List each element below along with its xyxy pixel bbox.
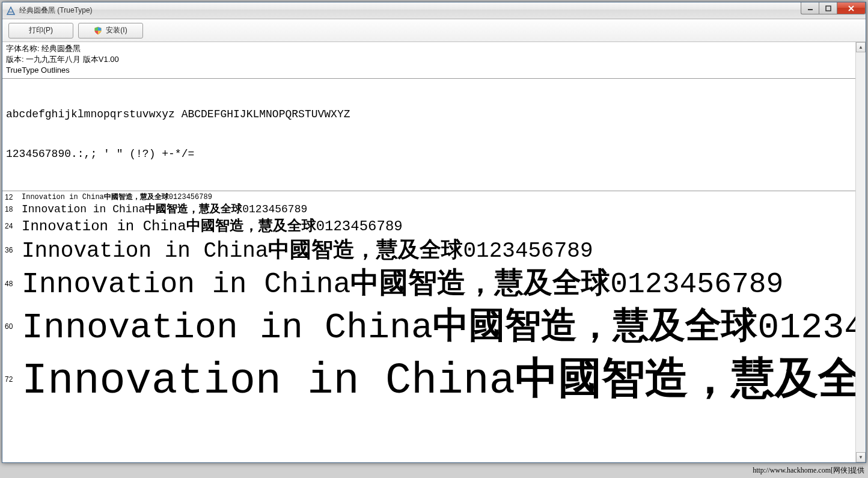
maximize-button[interactable] <box>819 2 837 14</box>
sample-cjk-text: 中國智造，慧及全球 <box>104 192 169 201</box>
sample-latin-text: Innovation in China <box>22 218 186 236</box>
sample-row: 48Innovation in China 中國智造，慧及全球 01234567… <box>5 265 866 302</box>
install-label: 安装(I) <box>106 25 127 35</box>
sample-row: 24Innovation in China 中國智造，慧及全球 01234567… <box>5 216 866 236</box>
sample-size-label: 36 <box>5 237 22 264</box>
footer-credit: http://www.hackhome.com[网侠]提供 <box>753 465 864 476</box>
sample-latin-text: Innovation in China <box>22 193 104 202</box>
character-set: abcdefghijklmnopqrstuvwxyz ABCDEFGHIJKLM… <box>2 79 866 191</box>
sample-cjk-text: 中國智造，慧及全球 <box>268 236 463 263</box>
titlebar[interactable]: 经典圆叠黑 (TrueType) <box>2 2 866 19</box>
font-viewer-window: 经典圆叠黑 (TrueType) 打印(P) <box>2 2 866 463</box>
sample-text-list: 12Innovation in China 中國智造，慧及全球 01234567… <box>2 191 866 408</box>
minimize-button[interactable] <box>801 2 819 14</box>
print-label: 打印(P) <box>29 25 53 35</box>
sample-row: 60Innovation in China 中國智造，慧及全球 01234567… <box>5 302 866 351</box>
font-outlines-line: TrueType Outlines <box>6 65 862 76</box>
install-button[interactable]: 安装(I) <box>78 23 143 38</box>
scroll-down-icon[interactable]: ▼ <box>856 452 866 462</box>
sample-cjk-text: 中國智造，慧及全球 <box>145 202 242 216</box>
sample-cjk-text: 中國智造，慧及全球 <box>515 351 866 405</box>
sample-row: 36Innovation in China 中國智造，慧及全球 01234567… <box>5 236 866 265</box>
charset-alpha: abcdefghijklmnopqrstuvwxyz ABCDEFGHIJKLM… <box>6 108 862 121</box>
vertical-scrollbar[interactable]: ▲ ▼ <box>855 42 866 462</box>
window-controls <box>801 2 866 14</box>
font-version-line: 版本: 一九九五年八月 版本V1.00 <box>6 54 862 65</box>
sample-size-label: 24 <box>5 217 22 235</box>
sample-row: 12Innovation in China 中國智造，慧及全球 01234567… <box>5 192 866 202</box>
sample-cjk-text: 中國智造，慧及全球 <box>350 265 610 301</box>
font-info: 字体名称: 经典圆叠黑 版本: 一九九五年八月 版本V1.00 TrueType… <box>2 42 866 79</box>
svg-rect-2 <box>826 6 831 11</box>
window-title: 经典圆叠黑 (TrueType) <box>19 5 93 16</box>
svg-rect-1 <box>808 9 813 10</box>
content-area: 字体名称: 经典圆叠黑 版本: 一九九五年八月 版本V1.00 TrueType… <box>2 42 866 462</box>
sample-numbers-text: 0123456789 <box>169 193 212 202</box>
sample-numbers-text: 0123456789 <box>757 305 866 351</box>
sample-cjk-text: 中國智造，慧及全球 <box>433 302 757 348</box>
sample-latin-text: Innovation in China <box>22 266 350 302</box>
sample-size-label: 18 <box>5 203 22 216</box>
sample-numbers-text: 0123456789 <box>463 237 593 265</box>
close-button[interactable] <box>837 2 866 14</box>
sample-size-label: 72 <box>5 352 22 406</box>
sample-latin-text: Innovation in China <box>22 203 145 216</box>
sample-latin-text: Innovation in China <box>22 305 433 351</box>
sample-numbers-text: 0123456789 <box>316 218 403 236</box>
shield-icon <box>94 26 102 35</box>
app-icon <box>6 6 16 16</box>
scroll-up-icon[interactable]: ▲ <box>856 42 866 52</box>
sample-numbers-text: 0123456789 <box>610 266 783 302</box>
sample-cjk-text: 中國智造，慧及全球 <box>186 216 316 234</box>
sample-size-label: 48 <box>5 266 22 302</box>
sample-size-label: 12 <box>5 193 22 202</box>
toolbar: 打印(P) 安装(I) <box>2 19 866 42</box>
sample-row: 18Innovation in China 中國智造，慧及全球 01234567… <box>5 202 866 216</box>
sample-size-label: 60 <box>5 304 22 349</box>
font-name-line: 字体名称: 经典圆叠黑 <box>6 43 862 54</box>
charset-symbols: 1234567890.:,; ' " (!?) +-*/= <box>6 147 862 161</box>
print-button[interactable]: 打印(P) <box>8 23 73 38</box>
sample-latin-text: Innovation in China <box>22 237 268 265</box>
sample-numbers-text: 0123456789 <box>242 203 307 216</box>
sample-latin-text: Innovation in China <box>22 354 515 408</box>
sample-row: 72Innovation in China 中國智造，慧及全球 01234567… <box>5 351 866 408</box>
